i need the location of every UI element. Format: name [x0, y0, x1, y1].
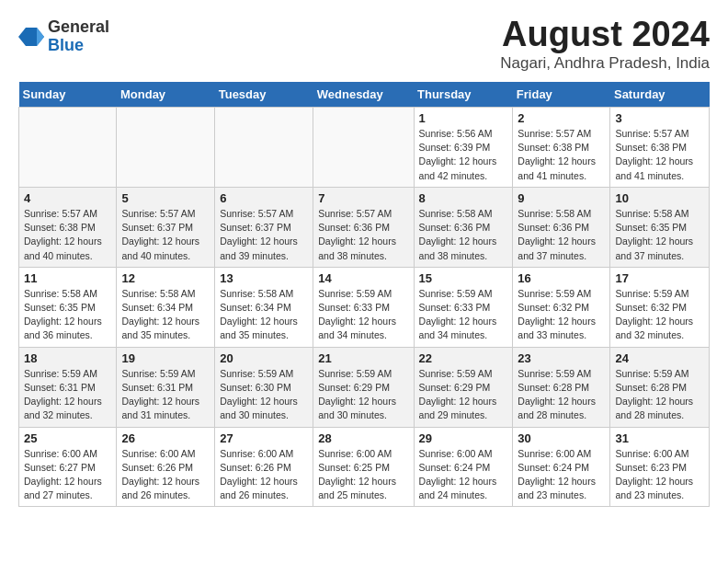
calendar-header-monday: Monday — [117, 82, 215, 108]
location-subtitle: Nagari, Andhra Pradesh, India — [500, 54, 710, 73]
calendar-cell: 17Sunrise: 5:59 AM Sunset: 6:32 PM Dayli… — [610, 267, 710, 347]
day-info: Sunrise: 5:59 AM Sunset: 6:33 PM Dayligh… — [318, 287, 408, 343]
calendar-header-row: SundayMondayTuesdayWednesdayThursdayFrid… — [19, 82, 710, 108]
calendar-cell: 4Sunrise: 5:57 AM Sunset: 6:38 PM Daylig… — [19, 187, 117, 267]
calendar-week-row: 1Sunrise: 5:56 AM Sunset: 6:39 PM Daylig… — [19, 108, 710, 188]
day-number: 26 — [121, 431, 210, 445]
day-number: 2 — [518, 111, 605, 125]
day-info: Sunrise: 5:59 AM Sunset: 6:32 PM Dayligh… — [518, 287, 605, 343]
calendar-cell: 16Sunrise: 5:59 AM Sunset: 6:32 PM Dayli… — [513, 267, 610, 347]
day-info: Sunrise: 5:58 AM Sunset: 6:36 PM Dayligh… — [518, 207, 605, 263]
day-info: Sunrise: 6:00 AM Sunset: 6:27 PM Dayligh… — [24, 447, 111, 503]
calendar-cell — [117, 108, 215, 188]
calendar-header-saturday: Saturday — [610, 82, 710, 108]
day-number: 27 — [220, 431, 308, 445]
calendar-cell: 9Sunrise: 5:58 AM Sunset: 6:36 PM Daylig… — [513, 187, 610, 267]
calendar-cell: 25Sunrise: 6:00 AM Sunset: 6:27 PM Dayli… — [19, 427, 117, 507]
day-number: 23 — [518, 351, 605, 365]
day-info: Sunrise: 6:00 AM Sunset: 6:24 PM Dayligh… — [419, 447, 508, 503]
day-number: 11 — [24, 271, 111, 285]
calendar-cell: 7Sunrise: 5:57 AM Sunset: 6:36 PM Daylig… — [313, 187, 414, 267]
day-info: Sunrise: 5:57 AM Sunset: 6:38 PM Dayligh… — [615, 127, 704, 183]
day-number: 28 — [318, 431, 408, 445]
day-number: 13 — [220, 271, 308, 285]
day-number: 6 — [220, 191, 308, 205]
calendar-cell: 12Sunrise: 5:58 AM Sunset: 6:34 PM Dayli… — [117, 267, 215, 347]
day-number: 15 — [419, 271, 508, 285]
day-info: Sunrise: 6:00 AM Sunset: 6:26 PM Dayligh… — [220, 447, 308, 503]
day-number: 14 — [318, 271, 408, 285]
day-number: 22 — [419, 351, 508, 365]
day-info: Sunrise: 5:57 AM Sunset: 6:37 PM Dayligh… — [121, 207, 210, 263]
day-info: Sunrise: 6:00 AM Sunset: 6:25 PM Dayligh… — [318, 447, 408, 503]
calendar-cell: 21Sunrise: 5:59 AM Sunset: 6:29 PM Dayli… — [313, 347, 414, 427]
calendar-header-sunday: Sunday — [19, 82, 117, 108]
calendar-cell — [313, 108, 414, 188]
day-info: Sunrise: 5:57 AM Sunset: 6:38 PM Dayligh… — [518, 127, 605, 183]
calendar-cell: 22Sunrise: 5:59 AM Sunset: 6:29 PM Dayli… — [414, 347, 513, 427]
calendar-week-row: 18Sunrise: 5:59 AM Sunset: 6:31 PM Dayli… — [19, 347, 710, 427]
calendar-cell: 29Sunrise: 6:00 AM Sunset: 6:24 PM Dayli… — [414, 427, 513, 507]
calendar-header-friday: Friday — [513, 82, 610, 108]
calendar-cell: 31Sunrise: 6:00 AM Sunset: 6:23 PM Dayli… — [610, 427, 710, 507]
calendar-cell: 2Sunrise: 5:57 AM Sunset: 6:38 PM Daylig… — [513, 108, 610, 188]
day-info: Sunrise: 5:59 AM Sunset: 6:29 PM Dayligh… — [419, 367, 508, 423]
calendar-week-row: 11Sunrise: 5:58 AM Sunset: 6:35 PM Dayli… — [19, 267, 710, 347]
day-info: Sunrise: 5:56 AM Sunset: 6:39 PM Dayligh… — [419, 127, 508, 183]
calendar-cell — [19, 108, 117, 188]
day-info: Sunrise: 5:59 AM Sunset: 6:29 PM Dayligh… — [318, 367, 408, 423]
calendar-cell: 15Sunrise: 5:59 AM Sunset: 6:33 PM Dayli… — [414, 267, 513, 347]
day-number: 5 — [121, 191, 210, 205]
logo-icon — [18, 24, 44, 50]
day-info: Sunrise: 5:57 AM Sunset: 6:38 PM Dayligh… — [24, 207, 111, 263]
day-number: 12 — [121, 271, 210, 285]
day-number: 8 — [419, 191, 508, 205]
day-number: 4 — [24, 191, 111, 205]
day-number: 21 — [318, 351, 408, 365]
calendar-cell: 18Sunrise: 5:59 AM Sunset: 6:31 PM Dayli… — [19, 347, 117, 427]
calendar-table: SundayMondayTuesdayWednesdayThursdayFrid… — [18, 82, 710, 507]
calendar-week-row: 25Sunrise: 6:00 AM Sunset: 6:27 PM Dayli… — [19, 427, 710, 507]
day-info: Sunrise: 6:00 AM Sunset: 6:26 PM Dayligh… — [121, 447, 210, 503]
day-info: Sunrise: 6:00 AM Sunset: 6:24 PM Dayligh… — [518, 447, 605, 503]
calendar-cell: 30Sunrise: 6:00 AM Sunset: 6:24 PM Dayli… — [513, 427, 610, 507]
calendar-cell: 10Sunrise: 5:58 AM Sunset: 6:35 PM Dayli… — [610, 187, 710, 267]
calendar-cell — [215, 108, 313, 188]
day-number: 30 — [518, 431, 605, 445]
day-info: Sunrise: 5:59 AM Sunset: 6:31 PM Dayligh… — [24, 367, 111, 423]
day-info: Sunrise: 5:58 AM Sunset: 6:35 PM Dayligh… — [24, 287, 111, 343]
day-number: 24 — [615, 351, 704, 365]
calendar-header-tuesday: Tuesday — [215, 82, 313, 108]
calendar-cell: 6Sunrise: 5:57 AM Sunset: 6:37 PM Daylig… — [215, 187, 313, 267]
day-number: 29 — [419, 431, 508, 445]
day-number: 18 — [24, 351, 111, 365]
day-number: 1 — [419, 111, 508, 125]
svg-marker-1 — [37, 28, 44, 46]
calendar-cell: 19Sunrise: 5:59 AM Sunset: 6:31 PM Dayli… — [117, 347, 215, 427]
day-info: Sunrise: 5:59 AM Sunset: 6:32 PM Dayligh… — [615, 287, 704, 343]
title-area: August 2024 Nagari, Andhra Pradesh, Indi… — [500, 15, 710, 73]
calendar-cell: 3Sunrise: 5:57 AM Sunset: 6:38 PM Daylig… — [610, 108, 710, 188]
day-info: Sunrise: 5:57 AM Sunset: 6:36 PM Dayligh… — [318, 207, 408, 263]
day-info: Sunrise: 5:58 AM Sunset: 6:34 PM Dayligh… — [220, 287, 308, 343]
calendar-week-row: 4Sunrise: 5:57 AM Sunset: 6:38 PM Daylig… — [19, 187, 710, 267]
logo-text: General Blue — [48, 18, 109, 55]
calendar-cell: 20Sunrise: 5:59 AM Sunset: 6:30 PM Dayli… — [215, 347, 313, 427]
header: General Blue August 2024 Nagari, Andhra … — [18, 15, 710, 73]
day-number: 20 — [220, 351, 308, 365]
calendar-cell: 13Sunrise: 5:58 AM Sunset: 6:34 PM Dayli… — [215, 267, 313, 347]
day-number: 31 — [615, 431, 704, 445]
day-number: 17 — [615, 271, 704, 285]
day-info: Sunrise: 5:59 AM Sunset: 6:28 PM Dayligh… — [518, 367, 605, 423]
day-number: 10 — [615, 191, 704, 205]
calendar-cell: 26Sunrise: 6:00 AM Sunset: 6:26 PM Dayli… — [117, 427, 215, 507]
day-info: Sunrise: 5:59 AM Sunset: 6:28 PM Dayligh… — [615, 367, 704, 423]
day-number: 25 — [24, 431, 111, 445]
calendar-cell: 1Sunrise: 5:56 AM Sunset: 6:39 PM Daylig… — [414, 108, 513, 188]
day-info: Sunrise: 5:59 AM Sunset: 6:30 PM Dayligh… — [220, 367, 308, 423]
calendar-cell: 27Sunrise: 6:00 AM Sunset: 6:26 PM Dayli… — [215, 427, 313, 507]
day-number: 19 — [121, 351, 210, 365]
calendar-cell: 23Sunrise: 5:59 AM Sunset: 6:28 PM Dayli… — [513, 347, 610, 427]
logo-blue-text: Blue — [48, 37, 109, 55]
calendar-header-wednesday: Wednesday — [313, 82, 414, 108]
